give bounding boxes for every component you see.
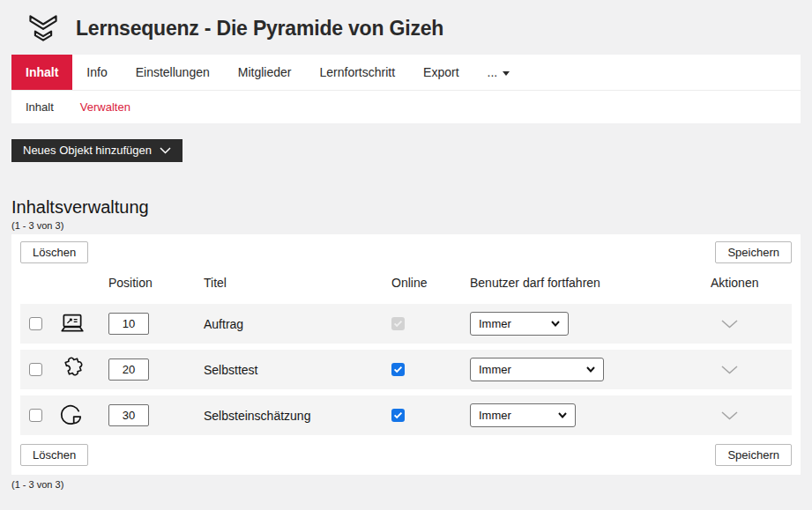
chevron-down-icon <box>160 147 171 154</box>
delete-button-bottom[interactable]: Löschen <box>20 444 88 466</box>
content-table: Löschen Speichern Position Titel Online … <box>11 234 801 475</box>
tab-einstellungen[interactable]: Einstellungen <box>122 55 224 90</box>
tab-export[interactable]: Export <box>409 55 473 90</box>
continue-select[interactable]: Immer <box>470 358 604 381</box>
save-button-top[interactable]: Speichern <box>715 241 792 263</box>
learning-sequence-icon <box>26 11 61 46</box>
caret-down-icon <box>503 71 510 76</box>
tab-bar: Inhalt Info Einstellungen Mitglieder Ler… <box>11 55 801 91</box>
online-checkbox[interactable] <box>391 409 405 422</box>
online-checkbox[interactable] <box>391 363 405 376</box>
check-icon <box>393 411 403 419</box>
tab-inhalt[interactable]: Inhalt <box>11 55 72 90</box>
row-select-checkbox[interactable] <box>29 363 42 376</box>
row-title: Selbsttest <box>204 363 257 377</box>
page-title: Lernsequenz - Die Pyramide von Gizeh <box>76 17 443 41</box>
subtab-bar: Inhalt Verwalten <box>11 91 801 123</box>
row-actions-chevron-icon[interactable] <box>721 320 738 329</box>
online-checkbox <box>391 317 405 330</box>
table-header-row: Position Titel Online Benutzer darf fort… <box>20 263 792 304</box>
tab-info[interactable]: Info <box>72 55 121 90</box>
add-object-button[interactable]: Neues Objekt hinzufügen <box>11 139 183 162</box>
subtab-inhalt[interactable]: Inhalt <box>11 100 67 114</box>
survey-icon <box>59 403 84 428</box>
table-row: Selbsttest Immer <box>20 350 792 389</box>
check-icon <box>393 366 403 373</box>
test-icon <box>59 357 86 383</box>
chevron-down-icon <box>586 366 595 373</box>
continue-select[interactable]: Immer <box>470 312 569 336</box>
chevron-down-icon <box>551 321 560 327</box>
column-header-online: Online <box>391 276 470 290</box>
save-button-bottom[interactable]: Speichern <box>715 444 792 466</box>
check-icon <box>393 320 403 328</box>
range-info-top: (1 - 3 von 3) <box>11 220 801 231</box>
column-header-position: Position <box>108 276 204 290</box>
range-info-bottom: (1 - 3 von 3) <box>11 479 801 490</box>
table-row: Auftrag Immer <box>20 304 792 344</box>
page-header: Lernsequenz - Die Pyramide von Gizeh <box>0 0 812 55</box>
delete-button-top[interactable]: Löschen <box>20 241 88 263</box>
table-row: Selbsteinschätzung Immer <box>20 395 792 435</box>
row-select-checkbox[interactable] <box>29 317 42 330</box>
continue-select[interactable]: Immer <box>470 403 576 427</box>
column-header-fortfahren: Benutzer darf fortfahren <box>470 276 711 290</box>
row-actions-chevron-icon[interactable] <box>721 366 738 374</box>
position-input[interactable] <box>108 358 149 381</box>
tab-mitglieder[interactable]: Mitglieder <box>224 55 306 90</box>
chevron-down-icon <box>558 412 567 418</box>
row-title: Selbsteinschätzung <box>204 409 310 423</box>
position-input[interactable] <box>108 313 149 335</box>
position-input[interactable] <box>108 404 149 426</box>
column-header-aktionen: Aktionen <box>711 276 792 290</box>
section-title: Inhaltsverwaltung <box>11 197 801 218</box>
column-header-titel: Titel <box>204 276 391 290</box>
tab-more[interactable]: ... <box>473 55 525 90</box>
row-select-checkbox[interactable] <box>29 409 42 422</box>
row-actions-chevron-icon[interactable] <box>721 411 738 420</box>
exercise-icon <box>59 313 86 335</box>
tab-lernfortschritt[interactable]: Lernfortschritt <box>305 55 409 90</box>
subtab-verwalten[interactable]: Verwalten <box>67 100 144 114</box>
row-title: Auftrag <box>204 317 243 331</box>
